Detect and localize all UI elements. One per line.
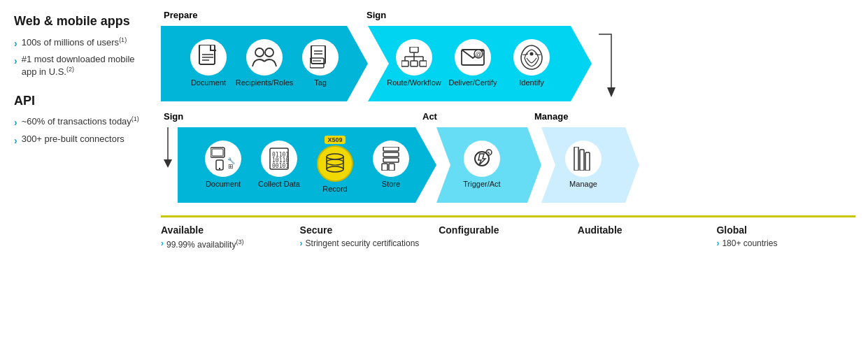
document2-circle: 🔧 ⊞ [205, 141, 241, 177]
attr-secure: Secure › Stringent security certificatio… [300, 224, 439, 250]
attr-global-text: 180+ countries [722, 238, 777, 248]
collect-label: Collect Data [258, 180, 300, 189]
attr-global-bullet: › 180+ countries [716, 238, 855, 248]
trigger-svg [470, 147, 494, 171]
deliver-svg: @ [461, 47, 485, 68]
manage-icons: Manage [527, 127, 639, 203]
row2-flow: 🔧 ⊞ Document 01101 10110 [161, 127, 855, 206]
document2-label: Document [206, 180, 241, 189]
icon-route: Route/Workflow [389, 39, 439, 87]
svg-rect-31 [212, 149, 223, 156]
manage-label-text: Manage [569, 180, 597, 189]
trigger-label: Trigger/Act [463, 180, 500, 189]
act-icons: Trigger/Act [422, 127, 541, 203]
recipients-svg [251, 45, 278, 69]
curved-arrow-svg [595, 27, 616, 103]
row1-flow: Document Recipients/Roles [161, 26, 855, 104]
attr-available-title: Available [161, 224, 300, 236]
attr-available-text: 99.99% availability(3) [166, 238, 243, 250]
store-label: Store [382, 180, 400, 189]
right-panel: Prepare Sign [154, 0, 868, 358]
svg-rect-16 [420, 61, 427, 66]
act-chevron: Trigger/Act [422, 127, 541, 206]
record-circle [317, 145, 353, 182]
svg-rect-48 [383, 158, 399, 162]
left-panel: Web & mobile apps › 100s of millions of … [0, 0, 154, 358]
attr-configurable-title: Configurable [439, 224, 578, 236]
icon-recipients: Recipients/Roles [239, 39, 290, 87]
route-circle [396, 39, 432, 76]
prepare-chevron: Document Recipients/Roles [161, 26, 368, 104]
route-label: Route/Workflow [387, 78, 441, 87]
sign-icons-row1: Route/Workflow @ Deliver/Certify [354, 26, 592, 101]
row1-labels: Prepare Sign [161, 10, 855, 20]
svg-rect-14 [401, 61, 408, 66]
icon-identify: Identify [506, 39, 557, 87]
manage-circle [565, 141, 602, 177]
store-svg [380, 147, 401, 171]
wm-bullet-1-text: 100s of millions of users(1) [22, 36, 127, 49]
document-svg [198, 45, 219, 70]
icon-document2: 🔧 ⊞ Document [198, 141, 248, 189]
icon-store: Store [366, 141, 416, 189]
icon-tag: Tag [295, 39, 346, 87]
x509-badge: X509 [325, 136, 345, 144]
svg-point-5 [255, 48, 264, 57]
svg-text:⊞: ⊞ [228, 163, 234, 170]
attr-chevron-2: › [300, 238, 303, 248]
collect-circle: 01101 10110 00101 [261, 141, 297, 177]
api-bullet-2: › 300+ pre-built connectors [14, 134, 143, 147]
attr-available: Available › 99.99% availability(3) [161, 224, 300, 250]
chevron-icon-2: › [14, 55, 17, 67]
act-label: Act [422, 111, 534, 122]
svg-rect-55 [574, 147, 578, 171]
sign-icons-row2: 🔧 ⊞ Document 01101 10110 [178, 127, 436, 203]
prepare-label: Prepare [164, 10, 367, 20]
api-bullet-1: › ~60% of transactions today(1) [14, 115, 143, 129]
chevron-icon-4: › [14, 134, 17, 147]
icon-document: Document [183, 39, 234, 87]
row2-labels: Sign Act Manage [161, 111, 855, 122]
attr-auditable: Auditable [578, 224, 717, 250]
deliver-circle: @ [455, 39, 491, 76]
row2-arrow-in-svg [161, 127, 175, 203]
flows-wrapper: Prepare Sign [161, 10, 855, 250]
manage-label: Manage [534, 111, 568, 122]
chevron-icon-1: › [14, 37, 17, 50]
attr-available-bullet: › 99.99% availability(3) [161, 238, 300, 250]
tag-label: Tag [314, 78, 327, 87]
identify-svg [520, 44, 543, 71]
document-label: Document [191, 78, 226, 87]
attr-chevron-1: › [161, 238, 164, 248]
curved-arrow-indicator [595, 27, 616, 103]
tag-svg [310, 45, 331, 69]
svg-point-44 [327, 159, 343, 165]
svg-marker-28 [164, 159, 172, 168]
record-svg [325, 152, 345, 175]
api-bullet-1-text: ~60% of transactions today(1) [22, 115, 139, 128]
svg-rect-46 [383, 147, 399, 151]
attr-secure-text: Stringent security certifications [306, 238, 420, 248]
wm-bullet-1: › 100s of millions of users(1) [14, 36, 143, 50]
doc2-svg: 🔧 ⊞ [211, 146, 236, 171]
svg-rect-50 [389, 164, 394, 171]
attr-secure-bullet: › Stringent security certifications [300, 238, 439, 248]
tag-circle [302, 39, 339, 76]
svg-rect-47 [383, 152, 399, 157]
attr-global-title: Global [716, 224, 855, 236]
attr-secure-title: Secure [300, 224, 439, 236]
svg-point-40 [327, 154, 343, 159]
icon-record: X509 [310, 136, 360, 194]
svg-rect-57 [585, 152, 590, 171]
attr-global: Global › 180+ countries [716, 224, 855, 250]
recipients-label: Recipients/Roles [236, 78, 294, 87]
attr-configurable: Configurable [439, 224, 578, 250]
sign-chevron-row2: 🔧 ⊞ Document 01101 10110 [178, 127, 436, 206]
icon-collect: 01101 10110 00101 Collect Data [254, 141, 304, 189]
manage-chevron: Manage [527, 127, 639, 206]
icon-deliver: @ Deliver/Certify [448, 39, 498, 87]
web-mobile-title: Web & mobile apps [14, 14, 143, 29]
svg-rect-56 [580, 150, 584, 171]
attributes-bar: Available › 99.99% availability(3) Secur… [161, 215, 855, 250]
svg-point-6 [265, 48, 273, 57]
